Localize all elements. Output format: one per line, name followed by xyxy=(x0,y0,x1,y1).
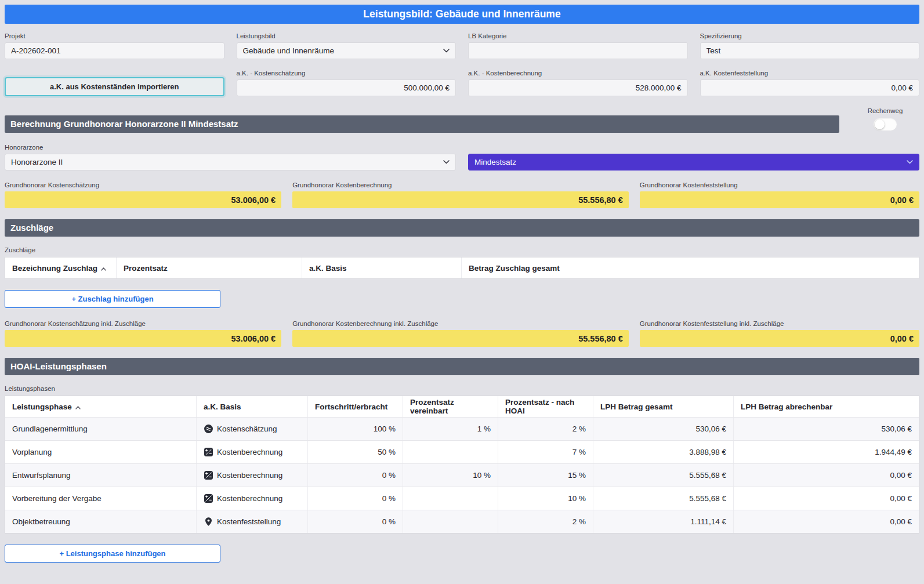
basis-label: Kostenberechnung xyxy=(217,471,282,480)
ak-kostenfeststellung-label: a.K. Kostenfeststellung xyxy=(700,70,920,77)
column-header-prozentsatz-hoai[interactable]: Prozentsatz - nach HOAI xyxy=(498,396,593,417)
prozentsatz-hoai-cell: 2 % xyxy=(498,510,593,533)
prozentsatz-vereinbart-cell: 10 % xyxy=(403,464,498,487)
kostenfeststellung-icon xyxy=(204,517,213,527)
grundhonorar-section-header-row: Berechnung Grundhonorar Honorarzone II M… xyxy=(5,107,919,133)
table-row[interactable]: Objektbetreuung Kostenfeststellung 0 % 2… xyxy=(5,510,919,533)
rechenweg-toggle[interactable] xyxy=(873,118,897,131)
leistungsphasen-table: Leistungsphase a.K. Basis Fortschritt/er… xyxy=(5,396,919,534)
zuschlaege-section-title: Zuschläge xyxy=(5,219,919,237)
spezifizierung-input[interactable] xyxy=(700,42,920,59)
prozentsatz-vereinbart-cell xyxy=(403,487,498,510)
import-kostenstaende-button[interactable]: a.K. aus Kostenständen importieren xyxy=(5,77,224,96)
gh-kostenschaetzung-value: 53.006,00 € xyxy=(5,191,281,208)
lb-kategorie-field: LB Kategorie xyxy=(468,32,688,59)
ak-kostenschaetzung-field: a.K. - Kostenschätzung xyxy=(237,70,456,96)
leistungsphasen-table-label: Leistungsphasen xyxy=(5,385,919,392)
gh-kostenfeststellung-label: Grundhonorar Kostenfeststellung xyxy=(640,182,919,188)
satz-select[interactable]: Mindestsatz xyxy=(468,154,919,171)
basis-cell: Kostenfeststellung xyxy=(197,510,308,533)
ak-kostenschaetzung-label: a.K. - Kostenschätzung xyxy=(237,70,456,77)
leistungsbild-field: Leistungsbild Gebäude und Innenräume xyxy=(237,32,456,59)
column-header-betrag-zuschlag[interactable]: Betrag Zuschlag gesamt xyxy=(462,257,919,278)
import-button-cell: a.K. aus Kostenständen importieren xyxy=(5,70,224,96)
phase-cell: Entwurfsplanung xyxy=(5,464,197,487)
betrag-gesamt-cell: 5.555,68 € xyxy=(593,464,734,487)
basis-cell: Kostenschätzung xyxy=(197,418,308,440)
column-header-prozentsatz-vereinbart[interactable]: Prozentsatz vereinbart xyxy=(403,396,498,417)
gh-kostenschaetzung-label: Grundhonorar Kostenschätzung xyxy=(5,182,281,188)
column-header-label: Bezeichnung Zuschlag xyxy=(12,264,97,273)
column-header-fortschritt[interactable]: Fortschritt/erbracht xyxy=(308,396,403,417)
betrag-gesamt-cell: 530,06 € xyxy=(593,418,734,440)
betrag-gesamt-cell: 5.555,68 € xyxy=(593,487,734,510)
betrag-abrechenbar-cell: 0,00 € xyxy=(734,510,919,533)
column-header-label: a.K. Basis xyxy=(204,402,241,411)
toggle-knob xyxy=(875,119,885,129)
gh-inkl-kostenschaetzung-value: 53.006,00 € xyxy=(5,330,281,347)
grundhonorar-inkl-zuschlaege-values: Grundhonorar Kostenschätzung inkl. Zusch… xyxy=(5,320,919,347)
lb-kategorie-label: LB Kategorie xyxy=(468,32,688,39)
column-header-ak-basis[interactable]: a.K. Basis xyxy=(302,257,462,278)
gh-kostenfeststellung: Grundhonorar Kostenfeststellung 0,00 € xyxy=(640,182,919,208)
prozentsatz-vereinbart-cell xyxy=(403,441,498,463)
phase-cell: Vorbereitung der Vergabe xyxy=(5,487,197,510)
spezifizierung-label: Spezifizierung xyxy=(700,32,920,39)
table-row[interactable]: Vorbereitung der Vergabe Kostenberechnun… xyxy=(5,487,919,510)
column-header-label: a.K. Basis xyxy=(309,264,347,273)
zuschlaege-table-label: Zuschläge xyxy=(5,246,919,253)
gh-kostenberechnung: Grundhonorar Kostenberechnung 55.556,80 … xyxy=(292,182,629,208)
column-header-label: Prozentsatz xyxy=(124,264,168,273)
column-header-label: Prozentsatz - nach HOAI xyxy=(505,398,586,415)
gh-inkl-kostenfeststellung: Grundhonorar Kostenfeststellung inkl. Zu… xyxy=(640,320,919,347)
table-row[interactable]: Grundlagenermittlung Kostenschätzung 100… xyxy=(5,417,919,440)
kostenschaetzung-icon xyxy=(204,424,213,434)
column-header-label: LPH Betrag gesamt xyxy=(600,402,673,411)
column-header-ak-basis[interactable]: a.K. Basis xyxy=(197,396,308,417)
column-header-label: Betrag Zuschlag gesamt xyxy=(469,264,560,273)
leistungsbild-value: Gebäude und Innenräume xyxy=(243,46,335,55)
column-header-prozentsatz[interactable]: Prozentsatz xyxy=(117,257,302,278)
honorarzone-select[interactable]: Honorarzone II xyxy=(5,154,456,171)
column-header-bezeichnung-zuschlag[interactable]: Bezeichnung Zuschlag xyxy=(5,257,117,278)
gh-inkl-kostenfeststellung-value: 0,00 € xyxy=(640,330,919,347)
header-form: Projekt Leistungsbild Gebäude und Innenr… xyxy=(5,32,919,96)
column-header-label: Leistungsphase xyxy=(12,402,72,411)
leistungsphasen-section-title: HOAI-Leistungsphasen xyxy=(5,358,919,375)
page: Leistungsbild: Gebäude und Innenräume Pr… xyxy=(5,5,919,563)
basis-label: Kostenfeststellung xyxy=(217,517,281,526)
gh-inkl-kostenberechnung-value: 55.556,80 € xyxy=(292,330,629,347)
ak-kostenfeststellung-field: a.K. Kostenfeststellung xyxy=(700,70,920,96)
gh-inkl-kostenschaetzung-label: Grundhonorar Kostenschätzung inkl. Zusch… xyxy=(5,320,281,327)
ak-kostenberechnung-input[interactable] xyxy=(468,79,688,96)
ak-kostenberechnung-label: a.K. - Kostenberechnung xyxy=(468,70,688,77)
page-title-bar: Leistungsbild: Gebäude und Innenräume xyxy=(5,5,919,24)
betrag-abrechenbar-cell: 0,00 € xyxy=(734,464,919,487)
page-title: Leistungsbild: Gebäude und Innenräume xyxy=(363,8,560,20)
gh-kostenschaetzung: Grundhonorar Kostenschätzung 53.006,00 € xyxy=(5,182,281,208)
spezifizierung-field: Spezifizierung xyxy=(700,32,920,59)
table-row[interactable]: Entwurfsplanung Kostenberechnung 0 % 10 … xyxy=(5,463,919,487)
projekt-input[interactable] xyxy=(5,42,224,59)
chevron-down-icon xyxy=(907,160,913,164)
ak-kostenfeststellung-input[interactable] xyxy=(700,79,920,96)
basis-cell: Kostenberechnung xyxy=(197,487,308,510)
gh-kostenberechnung-label: Grundhonorar Kostenberechnung xyxy=(292,182,629,188)
column-header-leistungsphase[interactable]: Leistungsphase xyxy=(5,396,197,417)
fortschritt-cell: 100 % xyxy=(308,418,403,440)
column-header-lph-betrag-abrechenbar[interactable]: LPH Betrag abrechenbar xyxy=(734,396,919,417)
rechenweg-control: Rechenweg xyxy=(851,107,919,133)
grundhonorar-section-title: Berechnung Grundhonorar Honorarzone II M… xyxy=(5,115,839,133)
lb-kategorie-input[interactable] xyxy=(468,42,688,59)
phase-cell: Grundlagenermittlung xyxy=(5,418,197,440)
table-row[interactable]: Vorplanung Kostenberechnung 50 % 7 % 3.8… xyxy=(5,440,919,463)
ak-kostenschaetzung-input[interactable] xyxy=(237,79,456,96)
betrag-abrechenbar-cell: 0,00 € xyxy=(734,487,919,510)
add-zuschlag-button[interactable]: + Zuschlag hinzufügen xyxy=(5,290,220,308)
column-header-label: Prozentsatz vereinbart xyxy=(410,398,491,415)
leistungsbild-select[interactable]: Gebäude und Innenräume xyxy=(237,42,456,59)
satz-value: Mindestsatz xyxy=(474,158,516,166)
add-leistungsphase-button[interactable]: + Leistungsphase hinzufügen xyxy=(5,545,220,563)
zuschlaege-table: Bezeichnung Zuschlag Prozentsatz a.K. Ba… xyxy=(5,257,919,279)
column-header-lph-betrag-gesamt[interactable]: LPH Betrag gesamt xyxy=(593,396,734,417)
